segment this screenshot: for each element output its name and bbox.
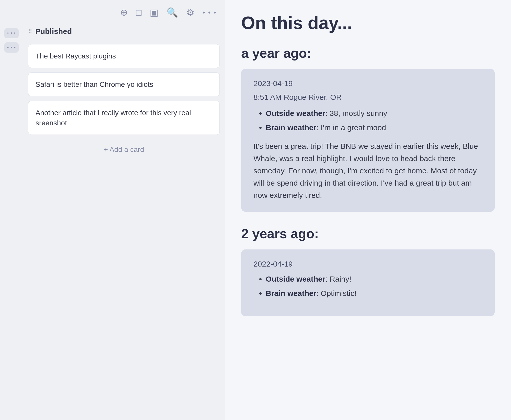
mini-sidebar: • • • • • • <box>0 23 23 420</box>
entry-body-1: It's been a great trip! The BNB we staye… <box>253 140 482 201</box>
card-2[interactable]: Safari is better than Chrome yo idiots <box>28 73 220 96</box>
document-icon[interactable]: ▣ <box>150 7 158 18</box>
card-1-text: The best Raycast plugins <box>36 52 116 60</box>
bullet-label: Outside weather <box>266 109 325 117</box>
left-panel: ⊕ □ ▣ 🔍 ⚙ • • • • • • • • • ⠿ Published … <box>0 0 225 420</box>
entry-card-1: 2023-04-19 8:51 AM Rogue River, OR Outsi… <box>241 69 495 212</box>
year-heading-1: a year ago: <box>241 45 495 61</box>
year-heading-2: 2 years ago: <box>241 226 495 241</box>
entry-date-2: 2022-04-19 <box>253 260 482 268</box>
card-2-text: Safari is better than Chrome yo idiots <box>36 80 153 88</box>
right-panel: On this day... a year ago: 2023-04-19 8:… <box>225 0 511 420</box>
year-section-1: a year ago: 2023-04-19 8:51 AM Rogue Riv… <box>241 45 495 212</box>
bullet-label: Brain weather <box>266 123 316 132</box>
entry-card-2: 2022-04-19 Outside weather: Rainy! Brain… <box>241 249 495 316</box>
bullet-value: I'm in a great mood <box>321 123 386 132</box>
ellipsis-icon-2: • • • <box>7 45 16 50</box>
section-header: ⠿ Published <box>28 23 220 40</box>
year-section-2: 2 years ago: 2022-04-19 Outside weather:… <box>241 226 495 316</box>
entry-date-1: 2023-04-19 <box>253 79 482 88</box>
bullet-value: 38, mostly sunny <box>330 109 387 117</box>
gear-icon[interactable]: ⚙ <box>186 7 194 18</box>
drag-handle-icon[interactable]: ⠿ <box>28 28 32 35</box>
bullet-item: Outside weather: 38, mostly sunny <box>266 108 482 119</box>
card-1[interactable]: The best Raycast plugins <box>28 44 220 68</box>
bullet-item: Brain weather: I'm in a great mood <box>266 122 482 133</box>
bullet-value: Optimistic! <box>321 289 356 297</box>
main-title: On this day... <box>241 13 495 33</box>
bullet-item: Outside weather: Rainy! <box>266 273 482 285</box>
entry-bullets-1: Outside weather: 38, mostly sunny Brain … <box>253 108 482 133</box>
more-options-icon[interactable]: • • • <box>203 8 217 17</box>
sidebar-content: • • • • • • ⠿ Published The best Raycast… <box>0 23 225 420</box>
entry-location-1: 8:51 AM Rogue River, OR <box>253 93 482 102</box>
mini-sidebar-btn-bottom[interactable]: • • • <box>4 42 19 53</box>
section-title: Published <box>35 27 72 36</box>
card-3[interactable]: Another article that I really wrote for … <box>28 101 220 135</box>
entry-bullets-2: Outside weather: Rainy! Brain weather: O… <box>253 273 482 299</box>
toolbar: ⊕ □ ▣ 🔍 ⚙ • • • <box>0 0 225 23</box>
add-card-button[interactable]: + Add a card <box>28 139 220 160</box>
bullet-label: Brain weather <box>266 289 316 297</box>
ellipsis-icon: • • • <box>7 31 16 36</box>
archive-icon[interactable]: □ <box>136 7 142 18</box>
bullet-value: Rainy! <box>330 275 351 283</box>
add-icon[interactable]: ⊕ <box>120 7 128 18</box>
mini-sidebar-btn-top[interactable]: • • • <box>4 28 19 38</box>
card-3-text: Another article that I really wrote for … <box>36 109 191 127</box>
main-sidebar: ⠿ Published The best Raycast plugins Saf… <box>23 23 225 420</box>
bullet-item: Brain weather: Optimistic! <box>266 288 482 299</box>
search-icon[interactable]: 🔍 <box>167 7 178 18</box>
bullet-label: Outside weather <box>266 275 325 283</box>
